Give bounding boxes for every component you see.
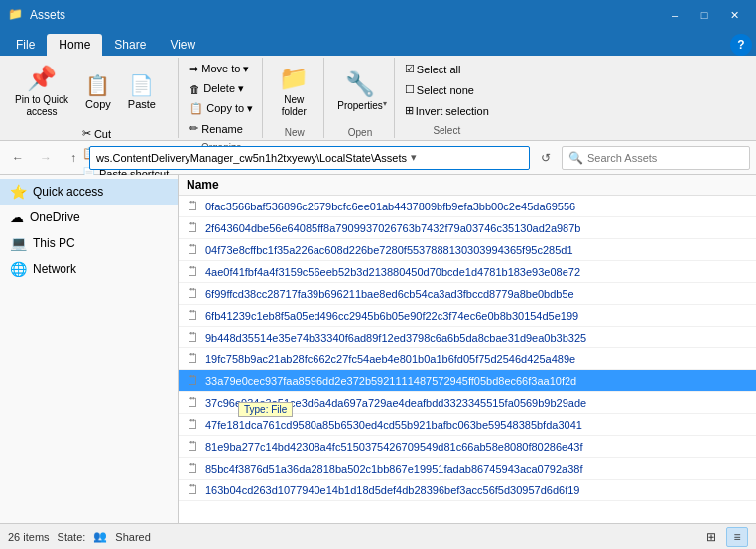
ribbon-group-organize: ➡ Move to ▾ 🗑 Delete ▾ 📋 Copy to ▾ ✏ Ren… [181,58,263,138]
sidebar-item-network[interactable]: 🌐 Network [0,256,178,282]
copy-to-button[interactable]: 📋 Copy to ▾ [185,99,258,118]
back-button[interactable]: ← [6,146,30,170]
ribbon-group-select: ☑ Select all ☐ Select none ⊞ Invert sele… [397,58,497,138]
ribbon-group-new: 📁 Newfolder New [265,58,324,138]
view-controls: ⊞ ≡ [700,527,748,547]
paste-icon: 📄 [129,73,154,97]
file-name: 4ae0f41fbf4a4f3159c56eeb52b3d213880450d7… [205,266,580,278]
select-all-button[interactable]: ☑ Select all [401,60,493,78]
table-row[interactable]: 🗒47fe181dca761cd9580a85b6530ed4cd55b921b… [179,414,756,436]
onedrive-label: OneDrive [30,210,80,224]
onedrive-icon: ☁ [10,209,24,225]
file-name: 19fc758b9ac21ab28fc662c27fc54aeb4e801b0a… [205,353,575,365]
ribbon-group-clipboard: 📌 Pin to Quickaccess 📋 Copy 📄 Paste [4,58,179,138]
moveto-label: Move to ▾ [201,63,249,75]
state-label: State: [58,531,86,543]
pin-to-quickaccess-button[interactable]: 📌 Pin to Quickaccess [8,60,75,123]
ribbon-tabs: File Home Share View ? [0,30,756,56]
window-title: Assets [30,8,661,22]
properties-dropdown: ▾ [383,99,387,108]
copy-button[interactable]: 📋 Copy [77,60,119,123]
moveto-icon: ➡ [189,63,198,75]
file-icon: 🗒 [187,351,199,366]
open-label: Open [330,125,390,138]
organize-content: ➡ Move to ▾ 🗑 Delete ▾ 📋 Copy to ▾ ✏ Ren… [185,60,258,138]
table-row[interactable]: 🗒37c96e934e3a51ce3d6a4da697a729ae4deafbd… [179,392,756,414]
file-name: 04f73e8cffbc1f35a226ac608d226be7280f5537… [205,244,573,256]
newfolder-label: Newfolder [282,94,307,118]
state-icon: 👥 [93,530,107,543]
tab-file[interactable]: File [4,34,47,56]
selectnone-icon: ☐ [405,83,415,96]
file-name: 6fb41239c1eb8f5a05ed496cc2945b6b05e90f22… [205,310,578,322]
maximize-button[interactable]: □ [691,4,718,26]
move-to-button[interactable]: ➡ Move to ▾ [185,60,258,78]
close-button[interactable]: ✕ [720,4,748,26]
file-icon: 🗒 [187,439,199,454]
table-row[interactable]: 🗒2f643604dbe56e64085ff8a7909937026763b74… [179,217,756,239]
select-none-button[interactable]: ☐ Select none [401,80,493,99]
file-name: 85bc4f3876d51a36da2818ba502c1bb867e19951… [205,463,583,475]
cut-label: Cut [94,128,111,140]
new-folder-button[interactable]: 📁 Newfolder [269,60,318,123]
file-icon: 🗒 [187,286,199,301]
tab-view[interactable]: View [158,34,207,56]
table-row[interactable]: 🗒6f99ffcd38cc28717fa39b696211bae8ed6cb54… [179,283,756,305]
grid-view-button[interactable]: ⊞ [700,527,722,547]
name-column-header: Name [187,178,219,192]
network-icon: 🌐 [10,261,27,277]
new-content: 📁 Newfolder [269,60,319,123]
window-controls: – □ ✕ [661,4,748,26]
sidebar-item-onedrive[interactable]: ☁ OneDrive [0,205,178,230]
delete-icon: 🗑 [189,83,200,95]
table-row[interactable]: 🗒81e9ba277c14bd42308a4fc515037542​670954… [179,436,756,458]
table-row[interactable]: 🗒9b448d35514e35e74b33340f6ad89f12ed3798c… [179,327,756,348]
selectall-icon: ☑ [405,63,415,75]
sidebar-item-quickaccess[interactable]: ⭐ Quick access [0,179,178,205]
list-view-button[interactable]: ≡ [726,527,748,547]
paste-button[interactable]: 📄 Paste [121,60,163,123]
file-icon: 🗒 [187,242,199,257]
table-row[interactable]: 🗒19fc758b9ac21ab28fc662c27fc54aeb4e801b0… [179,348,756,370]
tab-share[interactable]: Share [102,34,158,56]
rename-button[interactable]: ✏ Rename [185,119,258,138]
minimize-button[interactable]: – [661,4,689,26]
cut-icon: ✂ [82,127,91,140]
thispc-icon: 💻 [10,235,27,251]
up-button[interactable]: ↑ [62,146,85,170]
table-row[interactable]: 🗒4ae0f41fbf4a4f3159c56eeb52b3d213880450d… [179,261,756,283]
invert-selection-button[interactable]: ⊞ Invert selection [401,101,493,120]
address-path-text: ws.ContentDeliveryManager_cw5n1h2txyewy\… [96,152,407,164]
rename-icon: ✏ [189,122,198,135]
table-row[interactable]: 🗒33a79e0cec937faa8596dd2e372b59211114875… [179,370,756,392]
table-row[interactable]: 🗒163b04cd263d1077940e14b1d18d5def4db2839… [179,480,756,501]
copyto-icon: 📋 [189,102,203,115]
file-icon: 🗒 [187,461,199,476]
help-button[interactable]: ? [730,34,752,56]
table-row[interactable]: 🗒04f73e8cffbc1f35a226ac608d226be7280f553… [179,239,756,261]
cut-button[interactable]: ✂ Cut [77,124,174,143]
table-row[interactable]: 🗒6fb41239c1eb8f5a05ed496cc2945b6b05e90f2… [179,305,756,327]
refresh-button[interactable]: ↺ [534,146,558,170]
newfolder-icon: 📁 [279,65,309,92]
search-input[interactable] [587,152,743,164]
quickaccess-icon: ⭐ [10,184,27,200]
pin-label: Pin to Quickaccess [15,94,68,118]
forward-button[interactable]: → [34,146,58,170]
file-rows-container: 🗒0fac3566baf536896c2579bcfc6ee01ab443780… [179,196,756,501]
pin-icon: 📌 [27,65,57,92]
file-name: 2f643604dbe56e64085ff8a7909937026763b743… [205,222,580,234]
file-list[interactable]: Name 🗒0fac3566baf536896c2579bcfc6ee01ab4… [179,175,756,523]
search-box[interactable]: 🔍 [562,146,750,170]
tab-home[interactable]: Home [47,34,102,56]
address-path[interactable]: ws.ContentDeliveryManager_cw5n1h2txyewy\… [89,146,530,170]
sidebar-item-thispc[interactable]: 💻 This PC [0,230,178,256]
table-row[interactable]: 🗒0fac3566baf536896c2579bcfc6ee01ab443780… [179,196,756,217]
delete-button[interactable]: 🗑 Delete ▾ [185,79,258,98]
address-dropdown-arrow: ▾ [411,151,417,164]
copy-label: Copy [85,98,111,110]
table-row[interactable]: 🗒85bc4f3876d51a36da2818ba502c1bb867e1995… [179,458,756,480]
file-list-header: Name [179,175,756,196]
file-name: 6f99ffcd38cc28717fa39b696211bae8ed6cb54c… [205,288,574,300]
properties-button[interactable]: 🔧 Properties ▾ [330,60,390,123]
